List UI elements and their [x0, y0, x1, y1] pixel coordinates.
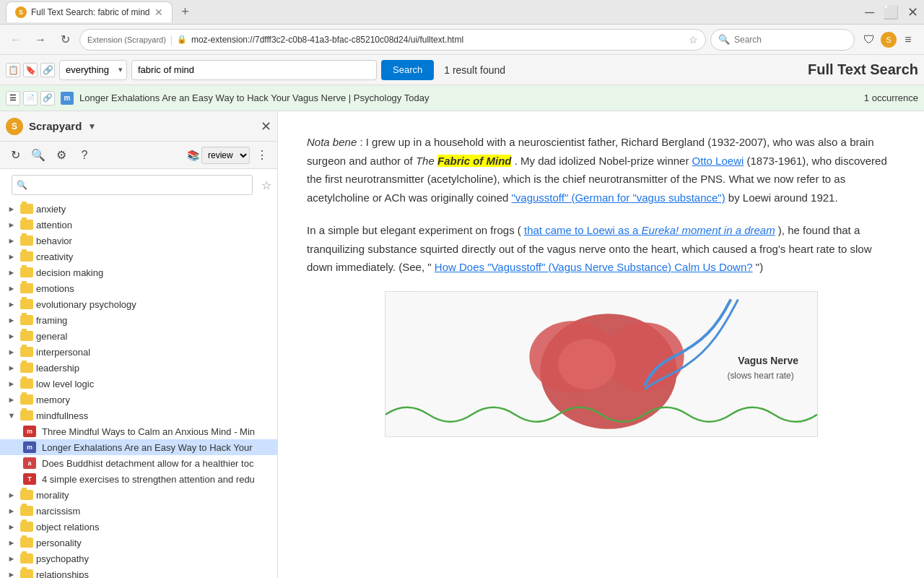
more-options-button[interactable]: ⋮ — [253, 146, 271, 165]
toolbar-left-icons: 📋 🔖 🔗 — [6, 63, 55, 77]
filter-dropdown[interactable]: everything titles notes comments — [59, 60, 127, 80]
expand-arrow-evolutionary-psychology[interactable]: ► — [6, 298, 17, 310]
result-row[interactable]: ☰ 📄 🔗 m Longer Exhalations Are an Easy W… — [0, 85, 924, 111]
library-dropdown[interactable]: review default — [201, 147, 250, 164]
scrapyard-dropdown-arrow[interactable]: ▼ — [87, 121, 96, 131]
shield-icon[interactable]: 🛡 — [859, 30, 879, 50]
expand-arrow-anxiety[interactable]: ► — [6, 203, 17, 215]
vagusstoff-link[interactable]: "vagusstoff" (German for "vagus substanc… — [511, 191, 725, 204]
sidebar-item-evolutionary-psychology[interactable]: ► evolutionary psychology — [0, 296, 277, 312]
bookmark-star-icon[interactable]: ☆ — [689, 34, 698, 46]
sidebar-item-interpersonal[interactable]: ► interpersonal — [0, 344, 277, 360]
sidebar-item-mindfullness[interactable]: ▼ mindfullness — [0, 407, 277, 423]
sidebar-item-decision-making[interactable]: ► decision making — [0, 264, 277, 280]
sidebar-close-button[interactable]: ✕ — [261, 118, 271, 134]
new-tab-button[interactable]: + — [175, 2, 196, 22]
sidebar-item-mindful2[interactable]: m Longer Exhalations Are an Easy Way to … — [0, 439, 277, 455]
fulltext-search-input[interactable] — [131, 60, 377, 80]
expand-arrow-low-level-logic[interactable]: ► — [6, 378, 17, 389]
minimize-button[interactable]: ─ — [865, 6, 874, 19]
otto-loewi-link[interactable]: Otto Loewi — [692, 155, 744, 167]
sidebar-search-input[interactable] — [30, 180, 248, 190]
address-bar[interactable]: Extension (Scrapyard) | 🔒 moz-extension:… — [79, 29, 706, 51]
sidebar-item-general[interactable]: ► general — [0, 328, 277, 344]
sidebar-item-personality[interactable]: ► personality — [0, 535, 277, 551]
sidebar-item-morality[interactable]: ► morality — [0, 487, 277, 503]
tab-close-button[interactable]: ✕ — [154, 7, 163, 18]
expand-arrow-object-relations[interactable]: ► — [6, 521, 17, 532]
page-icon-mindful4: T — [23, 473, 36, 485]
settings-tool-button[interactable]: ⚙ — [52, 146, 71, 165]
toolbar-icon-1[interactable]: 📋 — [6, 63, 20, 77]
expand-arrow-creativity[interactable]: ► — [6, 251, 17, 262]
toolbar-icon-2[interactable]: 🔖 — [23, 63, 38, 77]
forward-button[interactable]: → — [30, 30, 51, 50]
expand-arrow-behavior[interactable]: ► — [6, 235, 17, 246]
result-icon-1[interactable]: ☰ — [6, 91, 20, 105]
search-button[interactable]: Search — [381, 60, 434, 80]
menu-button[interactable]: ≡ — [898, 30, 918, 50]
sidebar-item-framing[interactable]: ► framing — [0, 312, 277, 328]
expand-arrow-memory[interactable]: ► — [6, 394, 17, 405]
sidebar-item-object-relations[interactable]: ► object relations — [0, 519, 277, 535]
expand-arrow-framing[interactable]: ► — [6, 314, 17, 326]
sidebar-item-mindful1[interactable]: m Three Mindful Ways to Calm an Anxious … — [0, 423, 277, 439]
expand-arrow-personality[interactable]: ► — [6, 537, 17, 548]
expand-arrow-morality[interactable]: ► — [6, 489, 17, 501]
sidebar-item-leadership[interactable]: ► leadership — [0, 360, 277, 376]
refresh-tool-button[interactable]: ↻ — [6, 146, 25, 165]
tab-title: Full Text Search: fabric of mind — [31, 7, 150, 17]
sidebar-item-creativity[interactable]: ► creativity — [0, 249, 277, 264]
sidebar-item-narcissism[interactable]: ► narcissism — [0, 503, 277, 519]
sidebar-item-anxiety[interactable]: ► anxiety — [0, 201, 277, 217]
search-tool-button[interactable]: 🔍 — [29, 146, 48, 165]
result-icon-3[interactable]: 🔗 — [40, 91, 55, 105]
tree-label-decision-making: decision making — [36, 267, 274, 278]
sidebar-item-behavior[interactable]: ► behavior — [0, 233, 277, 249]
tree-label-evolutionary-psychology: evolutionary psychology — [36, 299, 274, 310]
expand-arrow-mindfullness[interactable]: ▼ — [6, 410, 17, 421]
expand-arrow-narcissism[interactable]: ► — [6, 505, 17, 517]
active-tab[interactable]: S Full Text Search: fabric of mind ✕ — [6, 1, 173, 22]
eureka-italic: Eureka! moment in a dream — [642, 224, 775, 236]
result-icon-2[interactable]: 📄 — [23, 91, 38, 105]
filter-select-wrapper[interactable]: everything titles notes comments — [59, 60, 127, 80]
sidebar-item-attention[interactable]: ► attention — [0, 217, 277, 233]
sidebar-item-emotions[interactable]: ► emotions — [0, 280, 277, 296]
sidebar-item-mindful3[interactable]: a Does Buddhist detachment allow for a h… — [0, 455, 277, 471]
folder-icon-framing — [20, 315, 33, 325]
sidebar-item-mindful4[interactable]: T 4 simple exercises to strengthen atten… — [0, 471, 277, 487]
sidebar-item-relationships[interactable]: ► relationships — [0, 566, 277, 578]
help-tool-button[interactable]: ? — [75, 146, 94, 165]
refresh-button[interactable]: ↻ — [55, 30, 75, 50]
page-title: Full Text Search — [808, 61, 918, 78]
sidebar-item-psychopathy[interactable]: ► psychopathy — [0, 551, 277, 566]
expand-arrow-attention[interactable]: ► — [6, 219, 17, 230]
expand-arrow-emotions[interactable]: ► — [6, 282, 17, 294]
expand-arrow-decision-making[interactable]: ► — [6, 267, 17, 278]
firefox-account-icon[interactable]: S — [881, 32, 897, 48]
browser-search-input[interactable] — [734, 35, 847, 45]
expand-arrow-leadership[interactable]: ► — [6, 362, 17, 374]
sidebar-item-low-level-logic[interactable]: ► low level logic — [0, 376, 277, 392]
browser-search-bar[interactable]: 🔍 — [710, 29, 855, 51]
maximize-button[interactable]: ⬜ — [883, 6, 899, 19]
expand-arrow-general[interactable]: ► — [6, 330, 17, 342]
sidebar-search-box[interactable]: 🔍 — [12, 175, 253, 195]
content-scroll[interactable]: Nota bene : I grew up in a household wit… — [278, 111, 924, 578]
tree-label-mindful2: Longer Exhalations Are an Easy Way to Ha… — [42, 442, 274, 453]
sidebar-item-memory[interactable]: ► memory — [0, 392, 277, 407]
folder-icon-behavior — [20, 236, 33, 246]
p2-text1: In a simple but elegant experiment on fr… — [307, 224, 524, 236]
eureka-link[interactable]: that came to Loewi as a Eureka! moment i… — [524, 224, 775, 236]
toolbar-icon-3[interactable]: 🔗 — [40, 63, 55, 77]
expand-arrow-relationships[interactable]: ► — [6, 569, 17, 578]
tree-label-mindful1: Three Mindful Ways to Calm an Anxious Mi… — [42, 426, 274, 437]
vagusstoff-calm-link[interactable]: How Does "Vagusstoff" (Vagus Nerve Subst… — [435, 261, 753, 273]
sidebar-search-icon: 🔍 — [17, 180, 27, 190]
back-button[interactable]: ← — [6, 30, 26, 50]
close-button[interactable]: ✕ — [907, 6, 918, 19]
expand-arrow-interpersonal[interactable]: ► — [6, 346, 17, 358]
expand-arrow-psychopathy[interactable]: ► — [6, 553, 17, 564]
bookmark-star-button[interactable]: ☆ — [261, 178, 271, 192]
